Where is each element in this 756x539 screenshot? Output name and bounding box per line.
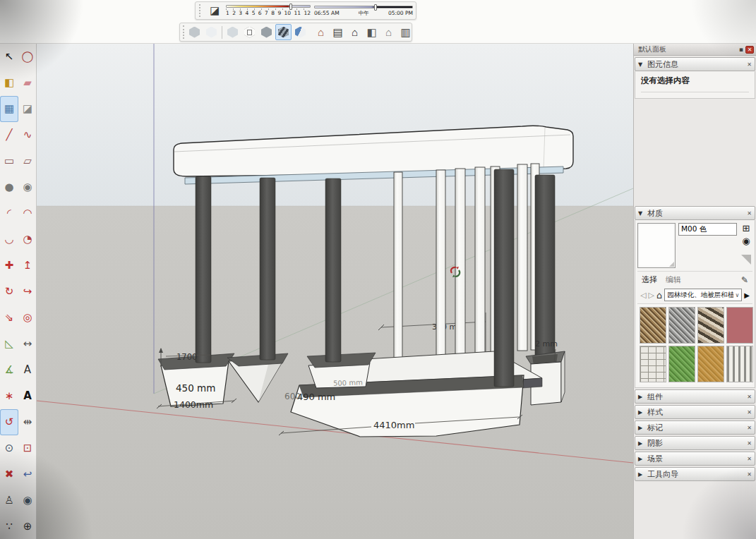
material-swatch-rose-solid[interactable]: [726, 307, 753, 344]
rotated-rectangle-tool[interactable]: ▱: [18, 148, 37, 174]
text-tool[interactable]: A: [18, 357, 37, 383]
time-slider-handle[interactable]: [374, 4, 377, 11]
material-swatch-grass-green[interactable]: [668, 346, 695, 382]
entity-info-header[interactable]: ▼ 图元信息 ✕: [635, 57, 755, 71]
select-tool[interactable]: ↖: [0, 44, 18, 70]
view-back-button[interactable]: ⌂: [380, 24, 397, 40]
toolbar-grip[interactable]: [183, 25, 184, 39]
back-arrow-icon[interactable]: ◁: [640, 291, 646, 300]
axes-tool[interactable]: ∗: [0, 383, 18, 409]
shadow-date-slider[interactable]: 123456789101112: [226, 2, 311, 19]
baluster[interactable]: [455, 169, 465, 356]
lasso-tool[interactable]: ◯: [18, 44, 37, 70]
model-scene[interactable]: 390 mm 2 mm 1700 450 mm: [37, 44, 633, 539]
date-slider-handle[interactable]: [289, 4, 292, 10]
column-4-front[interactable]: [494, 169, 514, 387]
zoom-extents-tool[interactable]: ✖: [0, 461, 18, 487]
dimension-tool[interactable]: ↔: [18, 331, 37, 357]
3d-text-tool[interactable]: A: [18, 383, 37, 409]
tray-section-close-icon[interactable]: ✕: [747, 425, 752, 431]
entity-info-close-icon[interactable]: ✕: [747, 61, 752, 68]
view-left-button[interactable]: ▥: [397, 24, 414, 40]
material-swatch-ochre[interactable]: [697, 346, 724, 382]
toolbar-grip[interactable]: [199, 4, 203, 17]
time-slider-track[interactable]: [314, 6, 413, 8]
zoom-tool[interactable]: ⊙: [0, 435, 18, 461]
detail-arrow-icon[interactable]: ▶: [744, 291, 750, 299]
tray-close-button[interactable]: ✕: [745, 46, 754, 54]
baluster[interactable]: [475, 167, 485, 354]
details-flyout-triangle[interactable]: [741, 255, 751, 265]
materials-tab-active[interactable]: 选择: [642, 274, 657, 285]
style-shaded-textures-button[interactable]: [275, 24, 292, 40]
tray-section-工具向导[interactable]: ▶工具向导✕: [635, 467, 755, 481]
material-box-tool[interactable]: ▦: [0, 96, 18, 122]
line-tool[interactable]: ╱: [0, 122, 18, 148]
collapse-arrow-icon[interactable]: ▼: [638, 210, 644, 217]
scale-tool[interactable]: ⇘: [0, 305, 18, 331]
collapse-arrow-icon[interactable]: ▶: [638, 440, 644, 447]
swatch-plane-tool[interactable]: ◪: [18, 96, 37, 122]
material-category-dropdown[interactable]: 园林绿化、地被层和植被 ∨: [664, 289, 742, 301]
follow-me-tool[interactable]: ↪: [18, 279, 37, 305]
tray-section-阴影[interactable]: ▶阴影✕: [635, 436, 755, 450]
collapse-arrow-icon[interactable]: ▶: [638, 425, 644, 431]
baluster[interactable]: [394, 172, 402, 361]
style-shaded-button[interactable]: [258, 24, 275, 40]
tray-section-close-icon[interactable]: ✕: [747, 456, 752, 462]
tray-section-样式[interactable]: ▶样式✕: [635, 405, 755, 419]
collapse-arrow-icon[interactable]: ▶: [638, 456, 644, 462]
material-preview[interactable]: [637, 223, 676, 268]
style-hidden-line-button[interactable]: [241, 24, 258, 40]
eyedropper-icon[interactable]: ✎: [741, 275, 748, 285]
tray-section-标记[interactable]: ▶标记✕: [635, 420, 755, 435]
two-point-arc-tool[interactable]: ◠: [18, 200, 37, 226]
walk-tool[interactable]: ∵: [0, 514, 18, 539]
tray-section-close-icon[interactable]: ✕: [747, 394, 752, 400]
previous-view-tool[interactable]: ↩: [18, 461, 37, 487]
polygon-tool[interactable]: ◉: [18, 174, 37, 200]
tray-section-close-icon[interactable]: ✕: [747, 440, 752, 447]
tray-section-组件[interactable]: ▶组件✕: [635, 389, 755, 404]
protractor-tool[interactable]: ∡: [0, 357, 18, 383]
collapse-arrow-icon[interactable]: ▼: [638, 61, 644, 68]
date-slider-track[interactable]: [226, 5, 311, 8]
collapse-arrow-icon[interactable]: ▶: [638, 394, 644, 400]
arc-tool[interactable]: ◜: [0, 200, 18, 226]
view-iso-button[interactable]: ⌂: [313, 24, 329, 40]
baluster[interactable]: [436, 170, 445, 358]
forward-arrow-icon[interactable]: ▷: [648, 291, 654, 300]
style-back-edges-button[interactable]: [203, 24, 220, 40]
preview-resize-grip[interactable]: [669, 262, 674, 267]
material-swatch-gravel-brown[interactable]: [640, 307, 666, 344]
offset-tool[interactable]: ◎: [18, 305, 37, 331]
column-3[interactable]: [325, 178, 341, 362]
model-viewport[interactable]: 390 mm 2 mm 1700 450 mm: [37, 44, 633, 539]
tape-measure-tool[interactable]: ◺: [0, 331, 18, 357]
baluster[interactable]: [517, 164, 527, 351]
sample-paint-button[interactable]: ◉: [742, 236, 750, 246]
home-icon[interactable]: ⌂: [656, 290, 662, 301]
tray-section-close-icon[interactable]: ✕: [747, 409, 752, 416]
materials-tab-inactive[interactable]: 编辑: [666, 274, 681, 285]
orbit-tool[interactable]: ↺: [0, 409, 18, 435]
pin-icon[interactable]: ▪: [739, 46, 743, 53]
create-material-button[interactable]: ⊞: [743, 224, 750, 233]
collapse-arrow-icon[interactable]: ▶: [638, 471, 644, 478]
material-swatch-cobblestone[interactable]: [697, 307, 724, 344]
circle-tool[interactable]: ●: [0, 174, 18, 200]
freehand-tool[interactable]: ∿: [18, 122, 37, 148]
tray-section-场景[interactable]: ▶场景✕: [635, 452, 755, 466]
rotate-tool[interactable]: ↻: [0, 279, 18, 305]
pie-tool[interactable]: ◔: [18, 226, 37, 253]
paint-bucket-tool[interactable]: ◧: [0, 70, 18, 96]
eraser-tool[interactable]: ▰: [18, 70, 37, 96]
column-right-back[interactable]: [535, 175, 555, 364]
materials-header[interactable]: ▼ 材质 ✕: [635, 206, 755, 220]
style-wireframe-button[interactable]: [224, 24, 241, 40]
style-monochrome-button[interactable]: [292, 24, 308, 40]
three-point-arc-tool[interactable]: ◡: [0, 226, 18, 253]
column-2[interactable]: [260, 178, 275, 360]
zoom-window-tool[interactable]: ⊡: [18, 435, 37, 461]
material-swatch-pavers-white[interactable]: [640, 346, 666, 382]
